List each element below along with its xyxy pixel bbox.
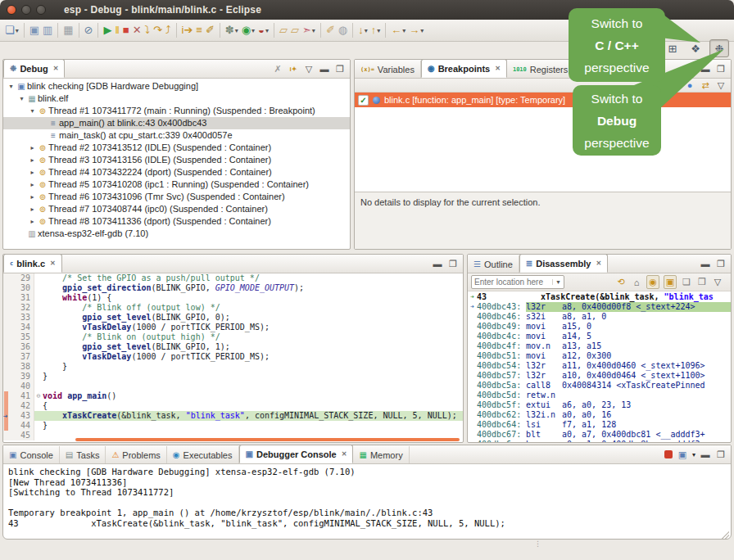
disassembly-row[interactable]: 400dbc4c:movia14, 5 — [468, 332, 731, 341]
editor-line[interactable]: 42{ — [3, 401, 463, 411]
editor-line[interactable]: 29 /* Set the GPIO as a push/pull output… — [3, 273, 463, 283]
fold-collapse-icon[interactable]: ⊖ — [34, 391, 43, 401]
close-icon[interactable]: ✕ — [495, 65, 501, 72]
expand-closed-icon[interactable]: ▸ — [28, 215, 37, 228]
debug-tree-item[interactable]: ▾⊚Thread #1 1073411772 (main : Running) … — [3, 105, 350, 117]
breakpoint-checkbox[interactable]: ✓ — [358, 95, 369, 106]
editor-line[interactable]: 38 } — [3, 362, 463, 372]
debug-tree-item[interactable]: ▸⊚Thread #5 1073410208 (ipc1 : Running) … — [3, 178, 350, 191]
disassembly-tab-outline[interactable]: ☰Outline — [468, 255, 519, 273]
console-tab-console[interactable]: ▣Console — [3, 446, 60, 463]
track-expression-icon[interactable]: ▣ — [664, 275, 677, 289]
show-breakpoint-paths-icon[interactable]: ● — [684, 79, 695, 92]
debug-tree-item[interactable]: ▾▣blink checking [GDB Hardware Debugging… — [3, 80, 350, 93]
disassembly-row[interactable]: 400dbc6a:bnonea0, a1, 0x400dbc8b <__addd… — [468, 440, 731, 442]
disassembly-row[interactable]: 400dbc46:s32ia8, a1, 0 — [468, 312, 731, 322]
breakpoints-tab-registers[interactable]: 1010Registers — [507, 61, 574, 78]
cpp-perspective-button[interactable]: ❖ — [686, 40, 705, 56]
editor-line[interactable]: 34 vTaskDelay(1000 / portTICK_PERIOD_MS)… — [3, 323, 463, 332]
editor-line[interactable]: 35 /* Blink on (output high) */ — [3, 332, 463, 342]
open-resource-button[interactable]: ▱ — [289, 22, 301, 38]
dropdown-arrow-icon[interactable]: ▾ — [251, 27, 255, 34]
disassembly-listing[interactable]: ➔43 xTaskCreate(&blink_task, "blink_tas➔… — [468, 291, 731, 442]
disassembly-row[interactable]: 400dbc4f:mov.na13, a15 — [468, 341, 731, 351]
editor-line[interactable]: 32 /* Blink off (output low) */ — [3, 303, 463, 313]
disassembly-row[interactable]: 400dbc5d:retw.n — [468, 391, 731, 400]
resume-button[interactable]: ▶ — [102, 22, 113, 38]
debug-tree-item[interactable]: ▥xtensa-esp32-elf-gdb (7.10) — [3, 228, 350, 240]
console-tab-tasks[interactable]: ▤Tasks — [60, 446, 106, 463]
dropdown-arrow-icon[interactable]: ▾ — [377, 27, 380, 34]
forward-button[interactable]: →▾ — [407, 22, 425, 38]
disassembly-row[interactable]: 400dbc5a:call80x40084314 <xTaskCreatePin… — [468, 381, 731, 391]
disassembly-source-line[interactable]: ➔43 xTaskCreate(&blink_task, "blink_tas — [468, 292, 731, 302]
expand-open-icon[interactable]: ▾ — [17, 93, 26, 105]
build-button[interactable]: ▦ — [61, 22, 75, 38]
disassembly-row[interactable]: 400dbc57:l32ra10, 0x400d0464 <_stext+110… — [468, 371, 731, 381]
dropdown-arrow-icon[interactable]: ▾ — [312, 27, 315, 34]
console-tab-problems[interactable]: ⚠Problems — [106, 446, 166, 463]
step-into-button[interactable]: ⤵ — [143, 22, 152, 38]
dropdown-arrow-icon[interactable]: ▾ — [235, 27, 238, 34]
maximize-icon[interactable]: ❐ — [715, 258, 727, 270]
home-icon[interactable]: ⌂ — [631, 276, 642, 288]
disassembly-row[interactable]: 400dbc5f:extuia6, a0, 23, 13 — [468, 400, 731, 410]
editor-line[interactable]: 40 — [3, 382, 463, 391]
dropdown-arrow-icon[interactable]: ▾ — [420, 27, 424, 34]
view-menu-icon[interactable]: ▽ — [712, 276, 723, 288]
step-over-button[interactable]: ↷ — [152, 22, 164, 38]
window-close-button[interactable] — [7, 5, 16, 15]
save-all-button[interactable]: ▥ — [41, 22, 54, 38]
save-button[interactable]: ▣ — [28, 22, 41, 38]
minimize-icon[interactable]: ▬ — [700, 258, 711, 270]
breakpoints-tab-variables[interactable]: (x)=Variables — [355, 61, 421, 78]
debug-tree-item[interactable]: ≡app_main() at blink.c:43 0x400dbc43 — [3, 117, 350, 129]
debug-tree-item[interactable]: ▾▦blink.elf — [3, 93, 350, 105]
editor-line[interactable]: 39} — [3, 372, 463, 382]
editor-line[interactable]: ➔43 xTaskCreate(&blink_task, "blink_task… — [3, 411, 463, 421]
expand-closed-icon[interactable]: ▸ — [28, 178, 37, 191]
expand-open-icon[interactable]: ▾ — [7, 80, 16, 93]
editor-line[interactable]: 33 gpio_set_level(BLINK_GPIO, 0); — [3, 313, 463, 323]
editor-line[interactable]: 36 gpio_set_level(BLINK_GPIO, 1); — [3, 342, 463, 352]
last-edit-location-button[interactable]: ↓▾ — [356, 22, 369, 38]
minimize-icon[interactable]: ▬ — [319, 63, 330, 75]
maximize-icon[interactable]: ❐ — [334, 63, 346, 75]
maximize-icon[interactable]: ❐ — [715, 449, 727, 461]
external-tools-button[interactable]: ◍ — [337, 22, 349, 38]
debug-tab-debug[interactable]: ❉Debug✕ — [3, 59, 65, 78]
skip-all-breakpoints-button[interactable]: ⊘ — [83, 22, 95, 38]
disassembly-row[interactable]: 400dbc62:l32i.na0, a0, 16 — [468, 410, 731, 420]
dropdown-arrow-icon[interactable]: ▾ — [692, 451, 695, 458]
go-into-button[interactable]: ↑▾ — [369, 22, 383, 38]
expand-closed-icon[interactable]: ▸ — [28, 154, 37, 166]
console-output[interactable]: blink checking [GDB Hardware Debugging] … — [3, 464, 731, 539]
pin-icon[interactable]: ❒ — [696, 276, 708, 288]
editor-horizontal-scrollbar[interactable] — [75, 438, 460, 441]
breakpoints-tab-breakpoints[interactable]: ◉Breakpoints✕ — [421, 59, 507, 78]
back-button[interactable]: ←▾ — [389, 22, 407, 38]
remove-all-terminated-icon[interactable]: ✗ — [272, 63, 283, 75]
disassembly-row[interactable]: ➔400dbc43:l32ra8, 0x400d00f8 <_stext+224… — [468, 302, 731, 312]
expand-closed-icon[interactable]: ▸ — [28, 142, 37, 154]
close-icon[interactable]: ✕ — [342, 450, 347, 458]
disassembly-row[interactable]: 400dbc67:blta0, a7, 0x400dbc81 <__adddf3… — [468, 430, 731, 440]
sync-icon[interactable]: ⟲ — [615, 276, 627, 288]
dropdown-arrow-icon[interactable]: ▾ — [265, 27, 269, 34]
breakpoints-list-area[interactable] — [355, 107, 731, 192]
disassembly-row[interactable]: 400dbc49:movia15, 0 — [468, 322, 731, 332]
view-menu-icon[interactable]: ▽ — [715, 79, 727, 92]
maximize-icon[interactable]: ❐ — [447, 258, 459, 270]
breakpoint-row[interactable]: ✓ blink.c [function: app_main] [type: Te… — [355, 93, 731, 107]
instruction-stepping-button[interactable]: i➔ — [180, 22, 195, 38]
expand-closed-icon[interactable]: ▸ — [28, 191, 37, 203]
profile-button[interactable]: ◒▾ — [256, 22, 270, 38]
editor-line[interactable]: 30 gpio_set_direction(BLINK_GPIO, GPIO_M… — [3, 283, 463, 293]
launch-config-button[interactable]: ➣▾ — [301, 22, 317, 38]
expand-closed-icon[interactable]: ▸ — [28, 203, 37, 215]
expand-closed-icon[interactable]: ▸ — [28, 166, 37, 178]
close-icon[interactable]: ✕ — [596, 260, 601, 267]
minimize-icon[interactable]: ▬ — [700, 63, 711, 75]
open-perspective-button[interactable]: ⊞ — [664, 40, 682, 56]
debug-tree-item[interactable]: ▸⊚Thread #8 1073411336 (dport) (Suspende… — [3, 215, 350, 228]
